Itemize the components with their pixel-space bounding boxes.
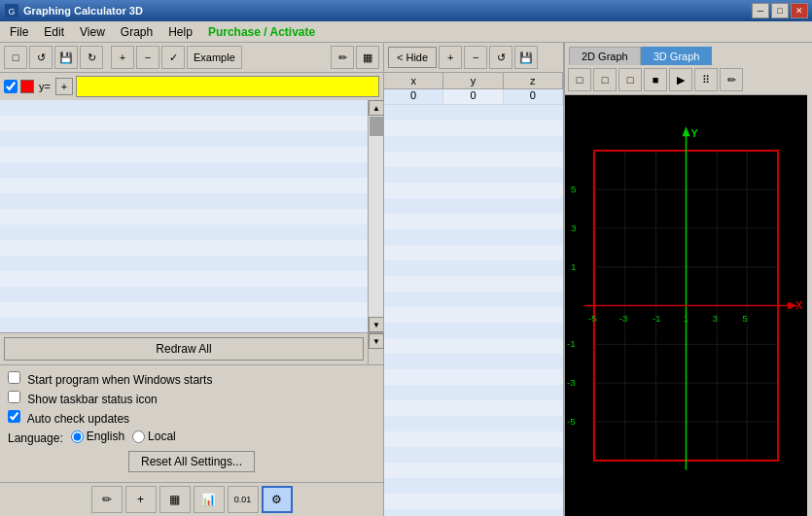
bottom-toolbar: ✏ + ▦ 📊 0.01 ⚙ [0, 482, 383, 516]
close-button[interactable]: ✕ [791, 3, 808, 18]
title-bar: G Graphing Calculator 3D ─ □ ✕ [0, 0, 812, 21]
window-controls: ─ □ ✕ [752, 3, 808, 18]
local-radio-label[interactable]: Local [132, 430, 176, 443]
svg-text:-3: -3 [567, 377, 576, 388]
scroll-track [369, 116, 383, 317]
maximize-button[interactable]: □ [771, 3, 789, 18]
graph3d-panel: 2D Graph 3D Graph □ □ □ ■ ▶ ⠿ ✏ [564, 43, 807, 516]
main-container: □ ↺ 💾 ↻ + − ✓ Example ✏ ▦ y= + [0, 43, 812, 516]
menu-help[interactable]: Help [160, 23, 200, 41]
menu-view[interactable]: View [72, 23, 113, 41]
g3d-btn1[interactable]: □ [568, 68, 591, 91]
add-eq-button[interactable]: + [111, 46, 134, 69]
left-panel: □ ↺ 💾 ↻ + − ✓ Example ✏ ▦ y= + [0, 43, 384, 516]
color-picker[interactable] [20, 80, 34, 93]
scroll-thumb[interactable] [370, 117, 383, 136]
save-button[interactable]: 💾 [54, 46, 78, 69]
svg-text:-5: -5 [588, 313, 597, 324]
data-column-headers: x y z [384, 73, 563, 89]
check-button[interactable]: ✓ [161, 46, 185, 69]
table-row: 0 0 0 [384, 89, 563, 105]
startup-checkbox[interactable] [8, 371, 20, 384]
bt-gear-button[interactable]: ⚙ [262, 486, 293, 513]
menu-purchase[interactable]: Purchase / Activate [200, 23, 323, 41]
data-save-button[interactable]: 💾 [514, 46, 538, 69]
eq-plus-button[interactable]: + [55, 78, 73, 95]
redraw-scroll-down[interactable]: ▼ [369, 333, 384, 349]
data-plus-button[interactable]: + [439, 46, 462, 69]
equation-checkbox[interactable] [4, 80, 18, 93]
svg-text:Y: Y [690, 127, 698, 139]
hide-button[interactable]: < Hide [388, 47, 437, 68]
scroll-up-arrow[interactable]: ▲ [369, 100, 383, 116]
bt-cross-button[interactable]: + [125, 486, 157, 513]
taskbar-setting[interactable]: Show taskbar status icon [8, 391, 375, 406]
tab-3d[interactable]: 3D Graph [641, 47, 713, 65]
open-button[interactable]: ↺ [29, 46, 53, 69]
new-button[interactable]: □ [4, 46, 27, 69]
menu-bar: File Edit View Graph Help Purchase / Act… [0, 21, 812, 43]
menu-edit[interactable]: Edit [36, 23, 72, 41]
table-container: ▲ ▼ [0, 100, 383, 332]
pencil-toolbar-button[interactable]: ✏ [331, 46, 354, 69]
data-toolbar: < Hide + − ↺ 💾 [384, 43, 563, 73]
g3d-btn2[interactable]: □ [593, 68, 617, 91]
eq-y-label: y= [39, 81, 51, 92]
data-body: 0 0 0 [384, 89, 563, 516]
settings-area: Start program when Windows starts Show t… [0, 364, 383, 482]
svg-text:X: X [795, 299, 803, 311]
data-panel: < Hide + − ↺ 💾 x y z 0 0 0 [384, 43, 564, 516]
bt-chart-button[interactable]: 📊 [194, 486, 225, 513]
graph-tabs: 2D Graph 3D Graph [565, 43, 807, 65]
english-radio[interactable] [71, 430, 84, 443]
grid-toolbar-button[interactable]: ▦ [356, 46, 379, 69]
g3d-play-button[interactable]: ▶ [669, 68, 692, 91]
svg-text:5: 5 [742, 313, 748, 324]
remove-eq-button[interactable]: − [136, 46, 159, 69]
english-radio-label[interactable]: English [71, 430, 124, 443]
local-radio[interactable] [132, 430, 145, 443]
bt-pencil-button[interactable]: ✏ [91, 486, 123, 513]
language-label: Language: [8, 431, 63, 445]
graph-svg: Y X 5 3 1 -1 -3 -5 -5 -3 -1 1 3 5 [565, 95, 807, 516]
g3d-btn3[interactable]: □ [618, 68, 642, 91]
window-title: Graphing Calculator 3D [23, 5, 752, 17]
language-row: Language: English Local [8, 430, 375, 447]
redraw-container: Redraw All ▼ [0, 332, 383, 364]
bt-table-button[interactable]: ▦ [159, 486, 191, 513]
g3d-dots-button[interactable]: ⠿ [694, 68, 718, 91]
svg-text:-1: -1 [653, 313, 661, 324]
menu-graph[interactable]: Graph [113, 23, 160, 41]
svg-text:5: 5 [571, 184, 577, 194]
g3d-btn4[interactable]: ■ [644, 68, 667, 91]
col-header-x: x [384, 73, 443, 88]
data-minus-button[interactable]: − [464, 46, 487, 69]
reload-button[interactable]: ↻ [80, 46, 103, 69]
bt-decimal-button[interactable]: 0.01 [228, 486, 259, 513]
graph3d-toolbar: □ □ □ ■ ▶ ⠿ ✏ [565, 65, 807, 95]
redraw-area: Redraw All [0, 333, 368, 364]
reset-settings-button[interactable]: Reset All Settings... [128, 451, 255, 472]
top-toolbar: □ ↺ 💾 ↻ + − ✓ Example ✏ ▦ [0, 43, 383, 73]
redraw-button[interactable]: Redraw All [4, 337, 364, 361]
example-button[interactable]: Example [187, 46, 242, 69]
svg-text:3: 3 [712, 313, 718, 324]
data-reload-button[interactable]: ↺ [489, 46, 512, 69]
startup-setting[interactable]: Start program when Windows starts [8, 371, 375, 387]
scroll-down-arrow[interactable]: ▼ [369, 317, 383, 332]
svg-text:1: 1 [571, 261, 577, 272]
autoupdate-setting[interactable]: Auto check updates [8, 410, 375, 426]
tab-2d[interactable]: 2D Graph [569, 47, 641, 65]
g3d-pencil-button[interactable]: ✏ [720, 68, 743, 91]
cell-z-0: 0 [504, 89, 563, 105]
equation-row: y= + [0, 73, 383, 100]
taskbar-checkbox[interactable] [8, 391, 20, 403]
menu-file[interactable]: File [2, 23, 36, 41]
svg-text:G: G [8, 7, 15, 17]
app-icon: G [4, 3, 19, 18]
cell-x-0: 0 [384, 89, 443, 105]
cell-y-0: 0 [443, 89, 503, 105]
autoupdate-checkbox[interactable] [8, 410, 20, 423]
equation-input[interactable] [76, 76, 379, 97]
minimize-button[interactable]: ─ [752, 3, 769, 18]
